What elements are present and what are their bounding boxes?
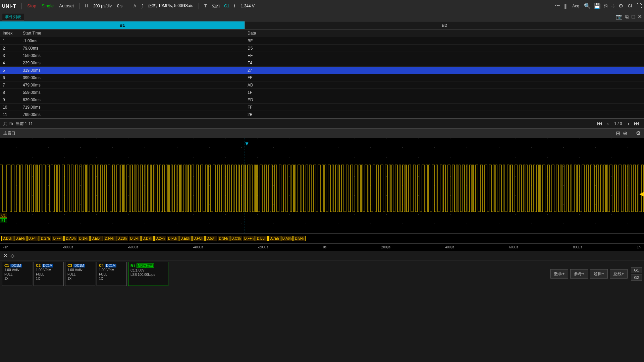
row-start: 319.00ms [20, 67, 245, 73]
sub-toolbar-right: 📷 ⧉ □ ✕ [616, 13, 642, 20]
screenshot-icon[interactable]: 📷 [616, 13, 623, 20]
decoded-label: D:ADh [64, 236, 77, 241]
row-start: 479.00ms [20, 82, 245, 88]
sep4 [199, 3, 199, 9]
acq-label[interactable]: Acq [571, 4, 581, 8]
row-data: ED [245, 97, 644, 103]
event-list-button[interactable]: 事件列表 [2, 13, 24, 20]
window-mode-icon[interactable]: □ [630, 130, 633, 136]
row-data: FF [245, 75, 644, 81]
pagination-controls: ⏮ ‹ 1 / 3 › ⏭ [596, 121, 641, 127]
copy-icon[interactable]: ⎘ [604, 3, 607, 9]
table-row[interactable]: 9 639.00ms ED [0, 96, 644, 104]
table-row[interactable]: 2 79.00ms D5 [0, 45, 644, 52]
cross-icon[interactable]: ✕ [3, 252, 8, 259]
table-header: B1 B2 [0, 21, 644, 29]
expand-icon[interactable]: ⛶ [637, 3, 642, 9]
pagination-current: 当前 1-11 [16, 121, 33, 127]
table-row[interactable]: 11 799.00ms 2B [0, 111, 644, 118]
row-index: 11 [0, 112, 20, 118]
waveform-icon: ∫ [140, 4, 144, 8]
func-btn-参考[interactable]: 参考+ [570, 269, 588, 279]
search-icon[interactable]: 🔍 [584, 3, 591, 9]
ch-vdiv: 1.00 V/div [67, 268, 93, 272]
measure-icon[interactable]: 〜 [555, 2, 560, 9]
osc-settings-icon[interactable]: ⚙ [636, 130, 641, 136]
col-start-header: Start Time [20, 30, 245, 36]
settings-icon[interactable]: ⚙ [619, 3, 623, 9]
time-offset-value: 0 s [116, 4, 124, 8]
decoded-label: D:5Fh [293, 236, 305, 241]
b1-val2: LSB 100.00kbps [130, 273, 166, 277]
window-icon[interactable]: □ [632, 14, 635, 20]
bus-channel-card[interactable]: B1 NRZ(Hex) C1:1.00V LSB 100.00kbps [128, 262, 168, 286]
bottom-right-controls: 数学+参考+逻辑+总线+G1G2 [550, 267, 642, 281]
channel-card-c2[interactable]: C2 DC1M 1.00 V/div FULL 1X [34, 262, 64, 286]
ch-mode: DC1M [73, 264, 85, 267]
g-label-g2[interactable]: G2 [631, 275, 642, 281]
ch-name: C1 [4, 263, 9, 267]
channel-arrow: ◀ [639, 190, 644, 197]
decoded-label: D:3Fh [218, 236, 229, 241]
func-btn-数学[interactable]: 数学+ [550, 269, 568, 279]
func-btn-总线[interactable]: 总线+ [610, 269, 628, 279]
close-icon[interactable]: ✕ [638, 13, 642, 20]
stop-button[interactable]: Stop [26, 3, 38, 9]
chart-icon[interactable]: ||| [564, 3, 568, 9]
row-index: 4 [0, 60, 20, 66]
table-row[interactable]: 1 -1.00ms BF [0, 37, 644, 45]
table-row[interactable]: 4 239.00ms F4 [0, 59, 644, 67]
decoded-label: D:FFh [243, 236, 255, 241]
ch-probe: 1X [36, 277, 61, 281]
table-row[interactable]: 6 399.00ms FF [0, 74, 644, 81]
row-index: 1 [0, 38, 20, 44]
sep2 [79, 3, 79, 9]
ch-indicators: C1 B1 [0, 213, 7, 223]
table-row[interactable]: 7 479.00ms AD [0, 81, 644, 89]
decoded-label: D:D7h [141, 236, 153, 241]
decoded-label: D:F4h [27, 236, 39, 241]
row-data: AD [245, 82, 644, 88]
ch-probe: 1X [99, 277, 124, 281]
next-page-button[interactable]: › [626, 121, 631, 127]
table-row[interactable]: 5 319.00ms 27 [0, 67, 644, 74]
prev-page-button[interactable]: ‹ [606, 121, 610, 127]
brand-logo: UNI-T [2, 3, 16, 9]
first-page-button[interactable]: ⏮ [596, 121, 604, 127]
g-label-g1[interactable]: G1 [631, 267, 642, 273]
decoded-label: D:F5h [167, 236, 178, 241]
decoded-label: D:27h [40, 236, 51, 241]
table-row[interactable]: 3 159.00ms EF [0, 52, 644, 59]
row-index: 8 [0, 89, 20, 96]
autoset-button[interactable]: Autoset [58, 3, 75, 9]
time-axis-label: 200μs [381, 245, 390, 249]
decoded-label: D:7Eh [268, 236, 280, 241]
func-btn-逻辑[interactable]: 逻辑+ [590, 269, 608, 279]
row-index: 7 [0, 82, 20, 88]
cursor-icon[interactable]: ⊹ [611, 3, 615, 9]
channel-card-c1[interactable]: C1 DC1M 1.00 V/div FULL 1X [2, 262, 32, 286]
single-button[interactable]: Single [40, 3, 55, 9]
zoom-in-icon[interactable]: ⊕ [623, 130, 627, 136]
row-data: FF [245, 104, 644, 110]
channel-card-c4[interactable]: C4 DC1M 1.00 V/div FULL 1X [97, 262, 127, 286]
last-page-button[interactable]: ⏭ [633, 121, 641, 127]
top-toolbar: UNI-T Stop Single Autoset H 200 μs/div 0… [0, 0, 644, 12]
channel-card-c3[interactable]: C3 DC1M 1.00 V/div FULL 1X [65, 262, 95, 286]
diamond-icon[interactable]: ◇ [10, 252, 14, 259]
decoded-label: D:1Fh [78, 236, 90, 241]
row-index: 6 [0, 75, 20, 81]
row-data: 1F [245, 89, 644, 96]
row-index: 3 [0, 53, 20, 59]
page-info: 1 / 3 [612, 121, 624, 126]
row-start: 239.00ms [20, 60, 245, 66]
table-row[interactable]: 10 719.00ms FF [0, 104, 644, 111]
time-axis-label: -400μs [193, 245, 203, 249]
split-icon[interactable]: ⧉ [625, 14, 629, 20]
row-start: 799.00ms [20, 112, 245, 118]
grid-icon[interactable]: ⊞ [616, 130, 620, 136]
table-row[interactable]: 8 559.00ms 1F [0, 89, 644, 96]
row-data: D5 [245, 45, 644, 51]
time-axis: -1n-800μs-600μs-400μs-200μs0s200μs400μs6… [0, 244, 644, 251]
save-icon[interactable]: 💾 [594, 3, 601, 9]
